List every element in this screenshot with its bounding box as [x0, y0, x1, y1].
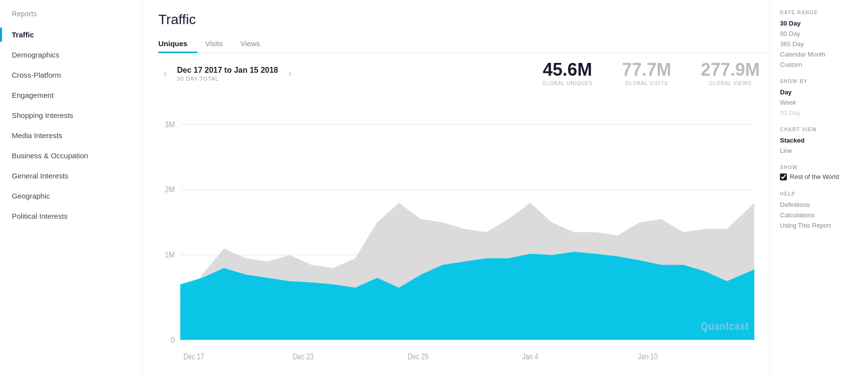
help-label: HELP [780, 191, 858, 197]
show-row: Rest of the World [780, 173, 858, 180]
svg-text:Jan 4: Jan 4 [522, 352, 539, 361]
show-by-section: SHOW BY Day Week 30 Day [780, 79, 858, 118]
date-range-section-label: DATE RANGE [780, 10, 858, 15]
rest-of-world-checkbox[interactable] [780, 174, 787, 180]
date-nav: ‹ Dec 17 2017 to Jan 15 2018 30 DAY TOTA… [158, 66, 297, 82]
sidebar: Reports Traffic Demographics Cross-Platf… [0, 0, 143, 379]
sidebar-item-media-interests[interactable]: Media Interests [0, 125, 142, 146]
chart-view-stacked[interactable]: Stacked [780, 135, 858, 146]
chart-area: 3M 2M 1M 0 Dec 17 Dec 23 Dec 29 Jan 4 Ja… [158, 92, 770, 379]
chart-view-section: CHART VIEW Stacked Line [780, 127, 858, 156]
tab-bar: Uniques Visits Views [158, 35, 770, 53]
sidebar-item-demographics[interactable]: Demographics [0, 45, 142, 65]
next-arrow[interactable]: › [283, 67, 297, 81]
stat-visits-label: GLOBAL VISITS [622, 81, 671, 86]
date-range-section: DATE RANGE 30 Day 90 Day 365 Day Calenda… [780, 10, 858, 70]
chart-view-line[interactable]: Line [780, 146, 858, 156]
help-using-this-report[interactable]: Using This Report [780, 220, 858, 231]
date-range-sub: 30 DAY TOTAL [177, 76, 278, 82]
stat-views-value: 277.9M [701, 61, 760, 79]
chart-container: ‹ Dec 17 2017 to Jan 15 2018 30 DAY TOTA… [158, 53, 770, 379]
sidebar-item-general-interests[interactable]: General Interests [0, 166, 142, 186]
sidebar-item-engagement[interactable]: Engagement [0, 85, 142, 105]
prev-arrow[interactable]: ‹ [158, 67, 172, 81]
date-range-90day[interactable]: 90 Day [780, 29, 858, 39]
right-panel: DATE RANGE 30 Day 90 Day 365 Day Calenda… [770, 0, 868, 379]
svg-text:Quantcast: Quantcast [701, 321, 749, 332]
help-section: HELP Definitions Calculations Using This… [780, 191, 858, 231]
stat-visits-value: 77.7M [622, 61, 671, 79]
chart-header: ‹ Dec 17 2017 to Jan 15 2018 30 DAY TOTA… [158, 61, 770, 86]
reports-label: Reports [0, 10, 142, 25]
tab-visits[interactable]: Visits [201, 35, 233, 53]
stat-uniques-value: 45.6M [542, 61, 593, 79]
show-by-label: SHOW BY [780, 79, 858, 84]
show-by-week[interactable]: Week [780, 97, 858, 108]
svg-text:Dec 17: Dec 17 [183, 352, 204, 361]
date-range-calendar-month[interactable]: Calendar Month [780, 49, 858, 59]
tab-views[interactable]: Views [237, 35, 270, 53]
tab-uniques[interactable]: Uniques [158, 35, 197, 53]
help-definitions[interactable]: Definitions [780, 200, 858, 210]
sidebar-item-shopping-interests[interactable]: Shopping Interests [0, 105, 142, 125]
stat-global-uniques: 45.6M GLOBAL UNIQUES [542, 61, 593, 86]
page-title: Traffic [158, 12, 770, 28]
sidebar-item-geographic[interactable]: Geographic [0, 186, 142, 206]
stat-global-visits: 77.7M GLOBAL VISITS [622, 61, 671, 86]
main-content: Traffic Uniques Visits Views ‹ Dec 17 20… [143, 0, 770, 379]
sidebar-item-business-occupation[interactable]: Business & Occupation [0, 146, 142, 166]
rest-of-world-label: Rest of the World [790, 173, 839, 180]
svg-text:0: 0 [171, 335, 175, 344]
date-range-title: Dec 17 2017 to Jan 15 2018 [177, 66, 278, 75]
stat-global-views: 277.9M GLOBAL VIEWS [701, 61, 760, 86]
date-range-365day[interactable]: 365 Day [780, 39, 858, 49]
sidebar-item-political-interests[interactable]: Political Interests [0, 206, 142, 226]
show-label: SHOW [780, 165, 858, 170]
show-section: SHOW Rest of the World [780, 165, 858, 180]
svg-text:2M: 2M [165, 185, 175, 194]
show-by-30day: 30 Day [780, 108, 858, 118]
show-by-day[interactable]: Day [780, 87, 858, 97]
stat-uniques-label: GLOBAL UNIQUES [542, 81, 593, 86]
chart-view-label: CHART VIEW [780, 127, 858, 132]
svg-text:Dec 23: Dec 23 [293, 352, 313, 361]
svg-text:Dec 29: Dec 29 [408, 352, 428, 361]
help-calculations[interactable]: Calculations [780, 210, 858, 220]
stats-group: 45.6M GLOBAL UNIQUES 77.7M GLOBAL VISITS… [542, 61, 760, 86]
date-range-info: Dec 17 2017 to Jan 15 2018 30 DAY TOTAL [177, 66, 278, 82]
date-range-custom[interactable]: Custom [780, 59, 858, 70]
svg-text:1M: 1M [165, 250, 175, 259]
sidebar-item-cross-platform[interactable]: Cross-Platform [0, 65, 142, 85]
svg-text:3M: 3M [165, 119, 175, 128]
date-range-30day[interactable]: 30 Day [780, 18, 858, 29]
sidebar-item-traffic[interactable]: Traffic [0, 25, 142, 45]
stat-views-label: GLOBAL VIEWS [701, 81, 760, 86]
svg-text:Jan 10: Jan 10 [638, 352, 658, 361]
